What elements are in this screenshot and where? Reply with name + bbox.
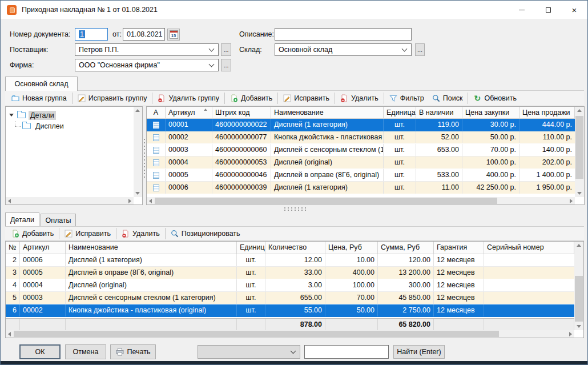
description-input[interactable]	[275, 28, 412, 41]
cell-sale: 1 400.00 р.	[519, 169, 575, 181]
ok-button[interactable]: ОК	[19, 344, 61, 359]
scroll-right-icon[interactable]	[128, 199, 131, 203]
column-header-serial[interactable]: Серийный номер	[484, 242, 574, 254]
column-header-sum[interactable]: Сумма, Руб	[378, 242, 434, 254]
column-header-articul[interactable]: Артикул	[166, 107, 212, 118]
scrollbar-thumb[interactable]	[155, 198, 497, 204]
scroll-up-icon[interactable]	[135, 109, 140, 112]
cell-unit: шт.	[384, 157, 416, 169]
table-row[interactable]: 6 00002 Кнопка джойстика - пластиковая (…	[6, 304, 574, 317]
cell-articul: 00001	[166, 119, 212, 131]
print-button[interactable]: Печать	[110, 344, 156, 359]
minimize-button[interactable]	[509, 1, 535, 19]
date-input[interactable]: 01.08.2021	[123, 28, 165, 41]
column-header-warranty[interactable]: Гарантия	[434, 242, 484, 254]
column-header-barcode[interactable]: Штрих код	[212, 107, 271, 118]
tab-payments[interactable]: Оплаты	[41, 214, 76, 226]
window-bottom-edge	[1, 361, 588, 365]
cell-warranty: 12 месяцев	[434, 279, 484, 291]
refresh-icon: ↻	[473, 94, 481, 102]
cell-unit: шт.	[384, 144, 416, 156]
scroll-down-icon[interactable]	[577, 325, 581, 328]
delete-group-button[interactable]: Удалить группу	[154, 92, 223, 105]
scroll-up-icon[interactable]	[577, 244, 581, 247]
find-input[interactable]	[304, 345, 389, 359]
tree-item-root[interactable]: Детали	[6, 110, 142, 121]
scroll-down-icon[interactable]	[577, 192, 582, 195]
column-header-stock[interactable]: В наличии	[416, 107, 462, 118]
scrollbar-thumb[interactable]	[575, 116, 583, 179]
tab-details[interactable]: Детали	[5, 212, 39, 226]
table-row[interactable]: 00001 4600000000022 Дисплей (1 категория…	[147, 119, 575, 131]
cancel-button[interactable]: Отмена	[65, 344, 106, 359]
column-header-a[interactable]: А	[147, 107, 166, 118]
cell-sale: 140.00 р.	[519, 144, 575, 156]
column-header-price[interactable]: Цена, Руб	[325, 242, 378, 254]
firm-combobox[interactable]: ООО "Основная фирма"	[75, 59, 219, 71]
edit-button[interactable]: Исправить	[279, 92, 333, 105]
products-vertical-scrollbar[interactable]	[575, 107, 584, 197]
doc-number-input[interactable]: 1	[75, 28, 108, 41]
refresh-button[interactable]: ↻ Обновить	[469, 92, 521, 105]
search-button[interactable]: Поиск	[428, 92, 467, 105]
edit-group-button[interactable]: Исправить группу	[74, 92, 151, 105]
detail-delete-button[interactable]: Удалить	[118, 227, 164, 240]
horizontal-splitter[interactable]	[5, 205, 584, 212]
scroll-right-icon[interactable]	[569, 332, 572, 336]
column-header-sale[interactable]: Цена продажи	[519, 107, 575, 118]
column-header-qty[interactable]: Количество	[265, 242, 325, 254]
scroll-left-icon[interactable]	[149, 199, 152, 203]
chevron-down-icon[interactable]	[9, 114, 14, 117]
calendar-button[interactable]: 15	[167, 29, 180, 41]
maximize-button[interactable]	[535, 1, 561, 19]
position-button[interactable]: Позиционировать	[167, 227, 244, 240]
column-header-purchase[interactable]: Цена закупки	[462, 107, 519, 118]
scrollbar-thumb[interactable]	[14, 331, 499, 337]
scrollbar-thumb[interactable]	[575, 276, 583, 322]
table-row[interactable]: 4 00004 Дисплей (original) шт. 3.00 100.…	[6, 279, 574, 292]
column-header-name[interactable]: Наименование	[271, 107, 384, 118]
table-row[interactable]: 00006 4600000000039 Дисплей (1 категория…	[147, 182, 575, 194]
tree-connector	[15, 121, 21, 127]
find-field-combobox[interactable]	[198, 345, 300, 359]
column-header-name[interactable]: Наименование	[66, 242, 237, 254]
scroll-down-icon[interactable]	[135, 192, 140, 195]
details-vertical-scrollbar[interactable]	[574, 242, 583, 330]
sort-asc-icon	[204, 109, 207, 111]
detail-add-button[interactable]: Добавить	[7, 227, 58, 240]
supplier-combobox[interactable]: Петров П.П.	[75, 43, 219, 56]
detail-edit-button[interactable]: Исправить	[61, 227, 115, 240]
table-row[interactable]: 00003 4600000000060 Дисплей с сенсорным …	[147, 144, 575, 157]
tree-item-child[interactable]: Дисплеи	[6, 121, 142, 131]
close-button[interactable]: ×	[561, 1, 587, 19]
details-horizontal-scrollbar[interactable]	[6, 330, 574, 338]
tree-horizontal-scrollbar[interactable]	[6, 197, 134, 204]
scroll-up-icon[interactable]	[577, 109, 582, 112]
filter-button[interactable]: Фильтр	[385, 92, 428, 105]
cell-warranty: 12 месяцев	[434, 254, 484, 266]
tree-vertical-scrollbar[interactable]	[134, 107, 142, 197]
scroll-left-icon[interactable]	[8, 332, 11, 336]
table-row[interactable]: 00002 4600000000077 Кнопка джойстика - п…	[147, 131, 575, 144]
table-row[interactable]: 5 00003 Дисплей с сенсорным стеклом (1 к…	[6, 292, 574, 304]
column-header-unit[interactable]: Единица	[237, 242, 265, 254]
add-button[interactable]: Добавить	[226, 92, 276, 105]
products-horizontal-scrollbar[interactable]	[147, 197, 575, 204]
column-header-articul[interactable]: Артикул	[20, 242, 66, 254]
warehouse-combobox[interactable]: Основной склад	[275, 43, 412, 56]
table-row[interactable]: 00004 4600000000053 Дисплей (original) ш…	[147, 157, 575, 169]
supplier-browse-button[interactable]: ...	[221, 43, 231, 56]
table-row[interactable]: 3 00005 Дисплей в оправе (8Г6, original)…	[6, 267, 574, 279]
new-group-button[interactable]: Новая группа	[7, 92, 71, 105]
table-row[interactable]: 2 00006 Дисплей (1 категория) шт. 12.00 …	[6, 254, 574, 267]
column-header-unit[interactable]: Единица	[384, 107, 416, 118]
warehouse-browse-button[interactable]: ...	[415, 43, 425, 56]
tab-warehouse[interactable]: Основной склад	[5, 77, 78, 91]
table-row[interactable]: 00005 4600000000046 Дисплей в оправе (8Г…	[147, 169, 575, 182]
find-button[interactable]: Найти (Enter)	[393, 345, 445, 359]
scroll-left-icon[interactable]	[8, 199, 11, 203]
column-header-num[interactable]: №	[6, 242, 20, 254]
delete-button[interactable]: Удалить	[336, 92, 382, 105]
scroll-right-icon[interactable]	[570, 199, 573, 203]
firm-browse-button[interactable]: ...	[221, 59, 231, 71]
